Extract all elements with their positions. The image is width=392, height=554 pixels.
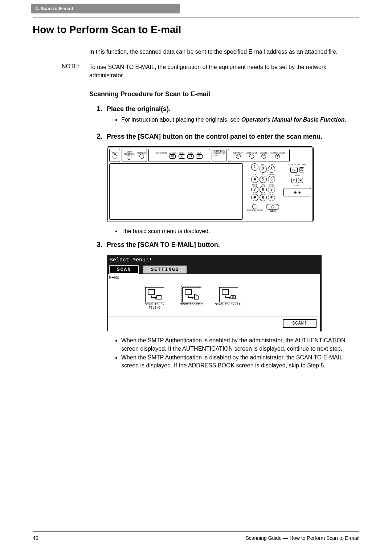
top-divider: [33, 17, 359, 17]
key-5: 5: [260, 176, 267, 183]
key-hash: #: [268, 194, 275, 201]
scan-tab: SCAN: [109, 265, 139, 274]
settings-tab: SETTINGS: [143, 265, 187, 274]
control-panel-figure: HELP USER FUNCTIONS TEMPLATE: [107, 146, 359, 222]
key-4: 4: [251, 176, 258, 183]
step-number: 3.: [97, 240, 107, 252]
cp-userfunc-label: USER FUNCTIONS: [124, 151, 134, 155]
key-8: 8: [260, 186, 267, 193]
page-footer: 40 Scanning Guide — How to Perform Scan …: [33, 531, 359, 541]
key-2: 2: [260, 166, 267, 173]
help-button-icon: [113, 154, 117, 159]
intro-paragraph: In this function, the scanned data can b…: [89, 48, 359, 56]
scan-to-file-button: SCAN TO FILE: [178, 287, 205, 310]
key-1: 1: [251, 163, 258, 171]
key-3-sub: DEF: [268, 163, 275, 166]
function-clear-label: FUNCTION CLEAR: [283, 163, 311, 166]
extension-icon: [159, 154, 164, 159]
step-2-after-bullets: The basic scan menu is displayed.: [121, 227, 359, 235]
step-3-bullets: When the SMTP Authentication is enabled …: [121, 337, 359, 370]
scan-menu-header: Select Menu!!: [107, 255, 322, 265]
cp-energy-label: ENERGY SAVER: [270, 152, 285, 154]
scan-file-label: SCAN TO FILE: [178, 303, 205, 307]
cp-copy-label: COPY: [188, 152, 193, 154]
job-status-icon: [249, 154, 254, 159]
line-status-label: L1 L2: [214, 154, 219, 156]
clear-all-icon: ⌫: [299, 167, 304, 172]
cp-extension-label: EXTENSION: [156, 152, 167, 154]
key-9-sub: WXYZ: [268, 184, 275, 186]
monitor-pause-icon: [252, 204, 257, 209]
page-title: How to Perform Scan to E-mail: [33, 24, 359, 36]
fc-button: FC: [290, 167, 297, 173]
step-1-bullets: For instruction about placing the origin…: [121, 116, 359, 124]
key-7: 7: [251, 186, 258, 193]
key-3: 3: [268, 166, 275, 173]
scan-efiling-label: SCAN TO E-FILING: [141, 303, 168, 310]
scan-email-icon: @: [219, 287, 238, 302]
key-7-sub: PQRS: [251, 184, 258, 186]
menu-label: MENU: [108, 276, 320, 281]
cp-interrupt-label: INTERRUPT: [233, 152, 244, 154]
copy-icon: ❐: [187, 154, 194, 159]
lcd-screen: [109, 163, 243, 220]
numeric-keypad: 1 ABC2 DEF3 GHI4 JKL5 MNO6 PQRS7 TUV8 WX…: [245, 163, 281, 220]
access-icon: ⊸: [261, 154, 266, 159]
key-9: 9: [268, 186, 275, 193]
step-3-bullet-2: When the SMTP Authentication is disabled…: [121, 354, 359, 370]
monitor-pause-label: MONITOR/ PAUSE: [247, 209, 263, 211]
key-0: 0: [260, 194, 267, 201]
start-label: START: [283, 184, 311, 187]
stop-icon: ⊘: [291, 178, 297, 183]
step-number: 1.: [97, 105, 107, 129]
status-indicators: ▯ PRINT DATA ▯ MEMORY RX ▯L1 L2: [212, 149, 226, 162]
energy-saver-icon: ◉: [275, 154, 280, 159]
key-star: ✱: [251, 194, 258, 201]
template-icon: [139, 154, 144, 159]
note-label: NOTE:: [62, 63, 83, 80]
step-3-title: Press the [SCAN TO E-MAIL] button.: [107, 240, 359, 249]
scan-to-email-button: @ SCAN TO E-MAIL: [215, 287, 242, 310]
note-row: NOTE: To use SCAN TO E-MAIL, the configu…: [62, 63, 359, 80]
chapter-tab: 4. Scan to E-mail: [31, 4, 180, 13]
scan-icon: ⎘: [179, 154, 185, 159]
clear-label: CLEAR: [266, 210, 279, 212]
operators-manual-ref: Operator's Manual for Basic Function: [241, 117, 345, 123]
footer-title: Scanning Guide — How to Perform Scan to …: [245, 535, 359, 541]
svg-rect-0: [148, 290, 155, 295]
scan-menu-figure: Select Menu!! SCAN SETTINGS MENU: [107, 255, 359, 332]
user-functions-icon: [127, 155, 131, 160]
step-2-after-text: The basic scan menu is displayed.: [121, 227, 359, 235]
key-8-sub: TUV: [260, 184, 267, 186]
page-number: 40: [33, 535, 38, 541]
step-1-title: Place the original(s).: [107, 105, 359, 114]
cp-template-label: TEMPLATE: [137, 152, 147, 154]
key-4-sub: GHI: [251, 174, 258, 176]
cp-scan-label: SCAN: [179, 152, 184, 154]
step-2-title: Press the [SCAN] button on the control p…: [107, 132, 359, 141]
cp-fax-label: FAX: [197, 152, 201, 154]
cp-efiling-label: e-FILING: [169, 152, 176, 154]
action-buttons-column: FUNCTION CLEAR FC ⌫ STOP ⊘ ◉ START ◈ ◈: [283, 163, 311, 220]
subheading: Scanning Procedure for Scan to E-mail: [89, 90, 359, 98]
fax-icon: ☏: [196, 154, 203, 159]
step-2: 2. Press the [SCAN] button on the contro…: [97, 132, 359, 143]
cp-help-label: HELP: [112, 152, 117, 154]
key-6: 6: [268, 176, 275, 183]
step-1-period: .: [345, 117, 346, 123]
clear-key: C: [266, 204, 279, 210]
cp-jobstatus-label: JOB STATUS: [246, 152, 257, 154]
step-3-bullet-1: When the SMTP Authentication is enabled …: [121, 337, 359, 353]
scan-to-efiling-button: SCAN TO E-FILING: [141, 287, 168, 310]
scan-efiling-icon: [145, 287, 164, 302]
interrupt-icon: ⎋: [236, 154, 241, 159]
stop-label: STOP: [283, 174, 311, 176]
stop-aux-icon: ◉: [298, 178, 303, 183]
svg-rect-1: [157, 296, 161, 299]
key-5-sub: JKL: [260, 174, 267, 176]
cp-access-label: ACCESS: [260, 152, 268, 154]
note-body: To use SCAN TO E-MAIL, the configuration…: [89, 63, 359, 80]
svg-rect-2: [185, 290, 192, 295]
start-play-icon: ◈: [298, 190, 301, 195]
efiling-icon: ✉: [169, 154, 176, 159]
